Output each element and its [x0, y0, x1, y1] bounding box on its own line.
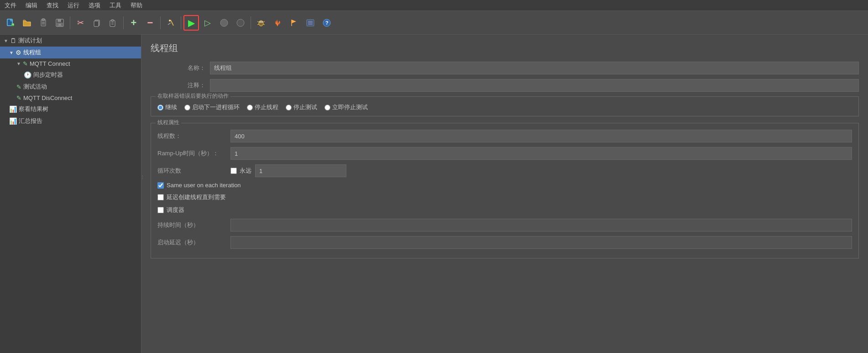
menu-find[interactable]: 查找 — [45, 1, 60, 10]
toolbar-clear-button[interactable] — [163, 15, 178, 31]
sidebar-item-label-6: MQTT DisConnect — [23, 95, 72, 101]
toolbar-play-button[interactable]: ▶ — [183, 15, 199, 31]
sidebar-item-label-7: 察看结果树 — [19, 105, 48, 113]
menu-help[interactable]: 帮助 — [129, 1, 144, 10]
loop-label: 循环次数 — [157, 167, 230, 175]
duration-input[interactable] — [230, 219, 852, 232]
on-error-radio-group: 继续 启动下一进程循环 停止线程 停止测试 立即停止测试 — [157, 101, 852, 111]
toolbar-cut-button[interactable]: ✂ — [73, 15, 88, 31]
menu-file[interactable]: 文件 — [3, 1, 18, 10]
panel-title: 线程组 — [151, 42, 859, 54]
toolbar-play2-button[interactable]: ▷ — [200, 15, 215, 31]
loop-forever-check[interactable]: 永远 — [230, 167, 251, 175]
menu-edit[interactable]: 编辑 — [24, 1, 39, 10]
radio-stop-test-now[interactable]: 立即停止测试 — [324, 103, 368, 111]
sidebar-item-label-8: 汇总报告 — [19, 117, 42, 125]
toolbar-help-button[interactable]: ? — [319, 15, 335, 31]
sidebar-item-thread-group[interactable]: ▼ ⚙ 线程组 — [0, 47, 141, 58]
toolbar-flag-button[interactable] — [286, 15, 302, 31]
loop-row: 循环次数 永远 — [157, 164, 852, 177]
toolbar-add-button[interactable]: + — [126, 15, 141, 31]
svg-rect-8 — [58, 19, 61, 22]
scheduler-checkbox[interactable] — [157, 207, 164, 213]
sidebar-item-result-tree[interactable]: 📊 察看结果树 — [0, 103, 141, 115]
sidebar: ▼ 🗒 测试计划 ▼ ⚙ 线程组 ▼ ✎ MQTT Connect 🕐 间步定时… — [0, 35, 141, 353]
radio-start-next[interactable]: 启动下一进程循环 — [184, 103, 240, 111]
rampup-input[interactable] — [230, 147, 852, 160]
toolbar-open-button[interactable] — [19, 15, 35, 31]
toolbar-paste-button[interactable] — [105, 15, 121, 31]
right-panel: 线程组 名称： 注释： 在取样器错误后要执行的动作 继续 启动下一进程循环 — [141, 35, 868, 353]
test-activity-icon: ✎ — [16, 84, 21, 90]
sidebar-item-label: 测试计划 — [18, 37, 42, 45]
svg-rect-14 — [111, 20, 114, 21]
duration-label: 持续时间（秒） — [157, 221, 230, 229]
menu-tools[interactable]: 工具 — [108, 1, 123, 10]
svg-line-25 — [257, 21, 259, 22]
svg-marker-30 — [292, 20, 296, 23]
on-error-section: 在取样器错误后要执行的动作 继续 启动下一进程循环 停止线程 停止测试 — [151, 96, 859, 116]
sidebar-item-mqtt-disconnect[interactable]: ✎ MQTT DisConnect — [0, 93, 141, 103]
name-input[interactable] — [210, 62, 859, 74]
svg-rect-4 — [42, 19, 45, 21]
loop-forever-checkbox[interactable] — [230, 168, 237, 174]
mqtt-disconnect-icon: ✎ — [16, 95, 21, 101]
toolbar-sep4 — [181, 16, 181, 29]
radio-continue[interactable]: 继续 — [157, 103, 177, 111]
result-tree-icon: 📊 — [9, 105, 17, 113]
toolbar-list-button[interactable] — [303, 15, 318, 31]
toolbar-sep1 — [70, 16, 70, 29]
sidebar-item-summary-report[interactable]: 📊 汇总报告 — [0, 115, 141, 127]
toolbar: + ✂ — [0, 11, 868, 35]
toolbar-remove-button[interactable]: − — [142, 15, 158, 31]
comment-input[interactable] — [210, 79, 859, 92]
summary-report-icon: 📊 — [9, 117, 17, 125]
thread-group-icon: ⚙ — [16, 49, 21, 56]
toolbar-save-button[interactable] — [52, 15, 68, 31]
svg-line-19 — [168, 23, 171, 25]
duration-row: 持续时间（秒） — [157, 219, 852, 232]
radio-stop-test[interactable]: 停止测试 — [286, 103, 317, 111]
sidebar-item-label-3: MQTT Connect — [30, 60, 70, 67]
toolbar-stop-button[interactable] — [233, 15, 248, 31]
toolbar-sep3 — [160, 16, 161, 29]
svg-rect-10 — [58, 24, 61, 26]
svg-point-18 — [169, 20, 171, 21]
sidebar-item-timer[interactable]: 🕐 间步定时器 — [0, 69, 141, 81]
rampup-row: Ramp-Up时间（秒）： — [157, 147, 852, 160]
menu-run[interactable]: 运行 — [66, 1, 81, 10]
startup-delay-label: 启动延迟（秒） — [157, 238, 230, 247]
thread-count-row: 线程数： — [157, 130, 852, 142]
toolbar-debug-button[interactable] — [253, 15, 269, 31]
sidebar-item-mqtt-connect[interactable]: ▼ ✎ MQTT Connect — [0, 58, 141, 69]
name-label: 名称： — [151, 64, 210, 72]
delay-create-checkbox[interactable] — [157, 194, 164, 200]
toolbar-sep5 — [251, 16, 251, 29]
toolbar-template-button[interactable] — [36, 15, 51, 31]
same-user-checkbox[interactable] — [157, 182, 164, 189]
thread-count-input[interactable] — [230, 130, 852, 142]
menu-options[interactable]: 选项 — [87, 1, 102, 10]
radio-stop-thread[interactable]: 停止线程 — [247, 103, 278, 111]
loop-count-input[interactable] — [255, 164, 346, 177]
toolbar-copy-button[interactable] — [89, 15, 105, 31]
comment-row: 注释： — [151, 79, 859, 92]
collapse-icon-2: ▼ — [9, 50, 14, 55]
svg-text:+: + — [12, 23, 14, 26]
svg-point-20 — [220, 19, 228, 26]
drag-handle[interactable]: ⋮ — [140, 174, 144, 179]
on-error-title: 在取样器错误后要执行的动作 — [156, 92, 230, 100]
radio-start-next-label: 启动下一进程循环 — [192, 103, 240, 111]
svg-point-23 — [260, 21, 261, 22]
startup-delay-input[interactable] — [230, 236, 852, 249]
toolbar-pause-button[interactable] — [216, 15, 232, 31]
collapse-icon: ▼ — [4, 38, 8, 43]
test-plan-icon: 🗒 — [10, 37, 16, 44]
delay-create-label: 延迟创建线程直到需要 — [167, 193, 226, 201]
toolbar-new-button[interactable]: + — [3, 15, 18, 31]
sidebar-item-test-plan[interactable]: ▼ 🗒 测试计划 — [0, 35, 141, 47]
toolbar-flame-button[interactable] — [270, 15, 285, 31]
sidebar-item-test-activity[interactable]: ✎ 测试活动 — [0, 81, 141, 93]
menubar: 文件 编辑 查找 运行 选项 工具 帮助 — [0, 0, 868, 11]
comment-label: 注释： — [151, 81, 210, 90]
